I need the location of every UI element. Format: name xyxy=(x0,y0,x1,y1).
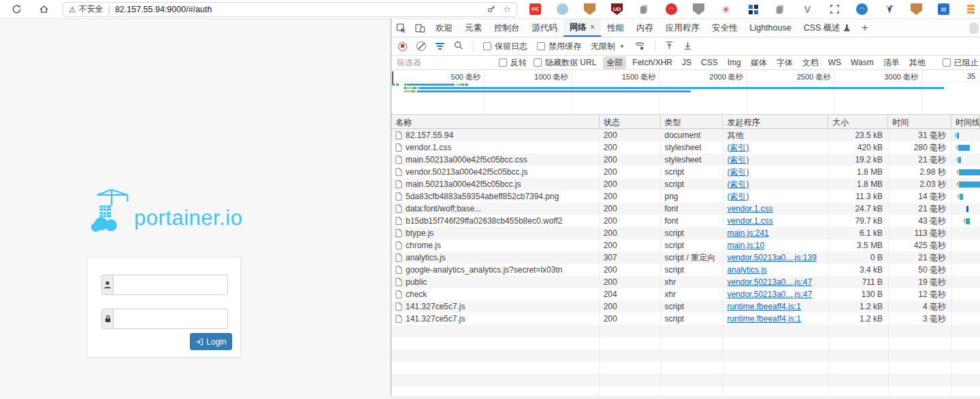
waterfall-cell[interactable] xyxy=(951,215,980,227)
tabbar-scroll-thumb[interactable] xyxy=(969,22,979,34)
shield2-extension-icon[interactable] xyxy=(911,3,922,15)
request-name-cell[interactable]: 141.327ce5c7.js xyxy=(391,313,600,325)
status-cell[interactable]: 200 xyxy=(600,313,661,325)
time-cell[interactable]: 4 毫秒 xyxy=(888,300,951,313)
status-cell[interactable]: 200 xyxy=(600,239,661,251)
initiator-cell[interactable]: vendor.1.css xyxy=(723,215,828,227)
search-icon[interactable] xyxy=(454,41,463,52)
initiator-cell[interactable]: runtime.fbeeaff4.js:1 xyxy=(723,300,828,313)
filter-type-Img[interactable]: Img xyxy=(724,57,745,68)
initiator-link[interactable]: vendor.50213a0....js:47 xyxy=(727,290,812,299)
request-row[interactable]: 82.157.55.94200document其他23.5 kB31 毫秒 xyxy=(391,129,980,141)
tab-欢迎[interactable]: 欢迎 xyxy=(429,19,459,37)
request-name[interactable]: 82.157.55.94 xyxy=(406,131,453,140)
import-har-icon[interactable] xyxy=(665,41,674,52)
request-name[interactable]: 141.327ce5c7.js xyxy=(406,314,465,324)
waterfall-cell[interactable] xyxy=(951,227,980,239)
filter-type-文档[interactable]: 文档 xyxy=(799,56,822,69)
initiator-link[interactable]: vendor.50213a0....js:47 xyxy=(727,277,812,287)
request-name[interactable]: google-analytics_analytics.js?secret=lx0… xyxy=(406,265,562,275)
blue-swirl-extension-icon[interactable]: ◠ xyxy=(856,3,868,15)
hide-data-urls-checkbox[interactable]: 隐藏数据 URL xyxy=(534,57,596,69)
request-row[interactable]: data:font/woff;base...200fontvendor.1.cs… xyxy=(391,203,980,215)
size-cell[interactable]: 19.2 kB xyxy=(828,154,888,166)
filter-type-字体[interactable]: 字体 xyxy=(773,56,796,69)
status-cell[interactable]: 307 xyxy=(600,251,661,264)
initiator-link[interactable]: vendor.1.css xyxy=(727,204,772,213)
request-name-cell[interactable]: b15db15f746f29ffa02638cb455b8ec0.woff2 xyxy=(391,215,600,227)
size-cell[interactable]: 24.7 kB xyxy=(828,203,888,215)
filter-type-Wasm[interactable]: Wasm xyxy=(847,57,877,68)
status-cell[interactable]: 200 xyxy=(600,264,661,276)
filter-input[interactable] xyxy=(397,58,492,67)
column-header-大小[interactable]: 大小 xyxy=(828,115,888,128)
filter-type-Fetch/XHR[interactable]: Fetch/XHR xyxy=(629,57,676,68)
size-cell[interactable]: 1.2 kB xyxy=(828,300,888,313)
filter-icon[interactable] xyxy=(436,43,444,50)
waterfall-cell[interactable] xyxy=(951,166,980,178)
tab-Lighthouse[interactable]: Lighthouse xyxy=(744,19,798,37)
orange-stack-extension-icon[interactable] xyxy=(965,3,977,15)
initiator-cell[interactable]: analytics.js xyxy=(723,264,828,276)
copy-pages2-extension-icon[interactable] xyxy=(774,3,786,15)
column-separator[interactable] xyxy=(888,129,889,399)
invert-checkbox[interactable]: 反转 xyxy=(499,57,527,69)
status-cell[interactable]: 200 xyxy=(600,141,661,154)
request-row[interactable]: 5da83cfb4883a59354abeff852cb7394.png200p… xyxy=(391,190,980,203)
time-cell[interactable]: 31 毫秒 xyxy=(888,129,951,141)
time-cell[interactable]: 280 毫秒 xyxy=(888,141,951,154)
request-name-cell[interactable]: vendor.1.css xyxy=(391,141,600,154)
request-name[interactable]: 141.327ce5c7.js xyxy=(406,302,465,311)
network-conditions-icon[interactable] xyxy=(634,41,645,52)
filter-type-全部[interactable]: 全部 xyxy=(603,56,626,69)
request-row[interactable]: vendor.1.css200stylesheet(索引)420 kB280 毫… xyxy=(391,141,980,154)
tab-元素[interactable]: 元素 xyxy=(459,19,488,37)
request-name[interactable]: vendor.1.css xyxy=(406,143,451,152)
disable-cache-checkbox[interactable]: 禁用缓存 xyxy=(537,41,581,52)
record-network-log-icon[interactable] xyxy=(398,42,407,51)
initiator-cell[interactable]: vendor.50213a0....js:47 xyxy=(723,288,828,300)
tab-网络[interactable]: 网络× xyxy=(564,19,601,37)
time-cell[interactable]: 113 毫秒 xyxy=(888,227,951,239)
status-cell[interactable]: 200 xyxy=(600,227,661,239)
type-cell[interactable]: stylesheet xyxy=(661,154,723,166)
size-cell[interactable]: 3.4 kB xyxy=(828,264,888,276)
clear-network-log-icon[interactable] xyxy=(416,41,426,51)
request-name[interactable]: chrome.js xyxy=(406,241,441,250)
url-text[interactable]: 82.157.55.94:9000/#/auth xyxy=(115,5,480,14)
time-cell[interactable]: 19 毫秒 xyxy=(888,276,951,288)
type-cell[interactable]: script xyxy=(661,300,723,313)
device-toolbar-icon[interactable] xyxy=(410,19,429,37)
initiator-link[interactable]: (索引) xyxy=(727,167,749,178)
size-cell[interactable]: 130 B xyxy=(828,288,888,300)
column-header-状态[interactable]: 状态 xyxy=(600,115,661,128)
type-cell[interactable]: script xyxy=(661,264,723,276)
request-name-cell[interactable]: google-analytics_analytics.js?secret=lx0… xyxy=(391,264,600,276)
time-cell[interactable]: 21 毫秒 xyxy=(888,203,951,215)
request-name-cell[interactable]: public xyxy=(391,276,600,288)
size-cell[interactable]: 3.5 MB xyxy=(828,239,888,251)
password-input[interactable] xyxy=(113,309,228,329)
status-cell[interactable]: 200 xyxy=(600,276,661,288)
initiator-link[interactable]: main.js:10 xyxy=(727,241,764,250)
waterfall-cell[interactable] xyxy=(951,178,980,190)
close-tab-icon[interactable]: × xyxy=(590,22,595,32)
gray-shield-extension-icon[interactable] xyxy=(693,3,704,15)
waterfall-cell[interactable] xyxy=(951,300,980,313)
more-tabs-button[interactable]: + xyxy=(856,19,874,37)
request-name-cell[interactable]: 82.157.55.94 xyxy=(391,129,600,141)
size-cell[interactable]: 711 B xyxy=(828,276,888,288)
size-cell[interactable]: 1.8 MB xyxy=(828,166,888,178)
initiator-cell[interactable]: vendor.50213a0....js:139 xyxy=(723,251,828,264)
request-name[interactable]: main.50213a000e42f5c05bcc.css xyxy=(406,155,527,164)
time-cell[interactable]: 12 毫秒 xyxy=(888,288,951,300)
time-cell[interactable]: 14 毫秒 xyxy=(888,190,951,203)
status-cell[interactable]: 200 xyxy=(600,129,661,141)
column-header-类型[interactable]: 类型 xyxy=(661,115,723,128)
filter-type-清单[interactable]: 清单 xyxy=(880,56,903,69)
status-cell[interactable]: 200 xyxy=(600,166,661,178)
size-cell[interactable]: 1.2 kB xyxy=(828,313,888,325)
asterisk-extension-icon[interactable]: ✳ xyxy=(720,3,732,15)
tab-控制台[interactable]: 控制台 xyxy=(488,19,526,37)
tab-应用程序[interactable]: 应用程序 xyxy=(659,19,706,37)
